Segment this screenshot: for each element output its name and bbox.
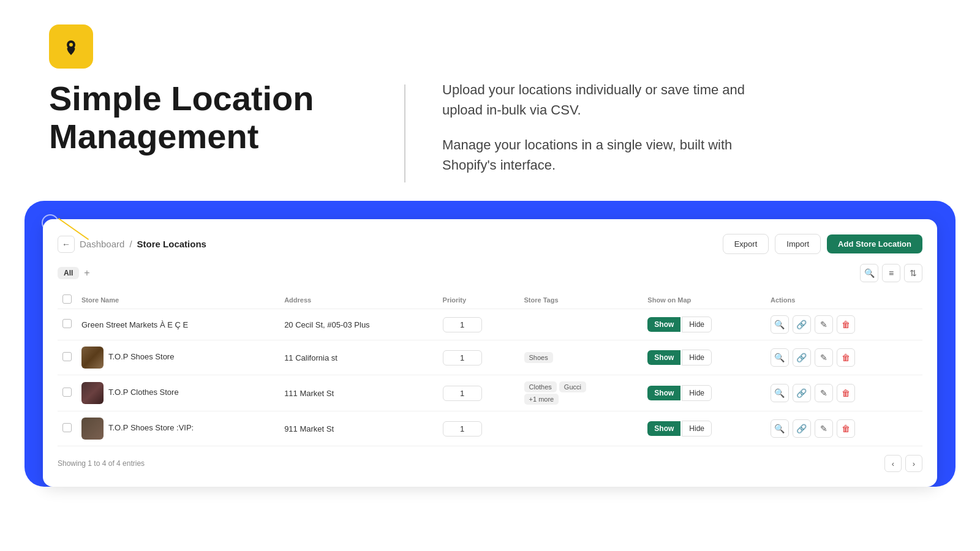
- col-address: Address: [279, 291, 437, 309]
- store-name: T.O.P Shoes Store :VIP:: [108, 423, 194, 432]
- actions-cell: 🔍 🔗 ✎ 🗑: [766, 411, 922, 446]
- search-action-1[interactable]: 🔍: [771, 315, 789, 334]
- store-thumbnail: [81, 347, 104, 369]
- tags-cell: [519, 411, 643, 446]
- hide-button-1[interactable]: Hide: [682, 317, 712, 332]
- tab-all[interactable]: All: [58, 267, 79, 279]
- row-checkbox-1[interactable]: [62, 319, 72, 328]
- actions-cell: 🔍 🔗 ✎ 🗑: [766, 340, 922, 375]
- priority-input-1[interactable]: [443, 317, 482, 332]
- priority-cell: [438, 309, 519, 340]
- show-button-1[interactable]: Show: [647, 317, 680, 332]
- back-button[interactable]: ←: [58, 236, 75, 253]
- show-button-4[interactable]: Show: [647, 421, 680, 436]
- breadcrumb: ← Dashboard / Store Locations: [58, 236, 206, 253]
- address-cell: 20 Cecil St, #05-03 Plus: [279, 309, 437, 340]
- tags-cell: [519, 309, 643, 340]
- delete-action-2[interactable]: 🗑: [837, 348, 855, 367]
- app-icon: [49, 24, 93, 69]
- store-name-cell: T.O.P Shoes Store :VIP:: [77, 411, 279, 446]
- hero-divider: [404, 84, 405, 182]
- link-action-1[interactable]: 🔗: [793, 315, 811, 334]
- show-button-2[interactable]: Show: [647, 350, 680, 365]
- next-page-button[interactable]: ›: [905, 455, 922, 472]
- show-on-map-cell: ShowHide: [643, 411, 766, 446]
- priority-input-2[interactable]: [443, 350, 482, 365]
- priority-cell: [438, 375, 519, 411]
- delete-action-1[interactable]: 🗑: [837, 315, 855, 334]
- show-on-map-cell: ShowHide: [643, 309, 766, 340]
- priority-cell: [438, 411, 519, 446]
- actions-cell: 🔍 🔗 ✎ 🗑: [766, 375, 922, 411]
- store-tag: Clothes: [524, 381, 557, 392]
- dashboard-panel: ← Dashboard / Store Locations Export Imp…: [24, 201, 956, 487]
- hero-title: Simple Location Management: [49, 80, 368, 155]
- hero-description: Upload your locations individually or sa…: [442, 80, 748, 175]
- store-thumbnail: [81, 418, 104, 440]
- select-all-checkbox[interactable]: [62, 294, 72, 304]
- actions-cell: 🔍 🔗 ✎ 🗑: [766, 309, 922, 340]
- tab-right-icons: 🔍 ≡ ⇅: [860, 264, 922, 282]
- row-checkbox-2[interactable]: [62, 352, 72, 361]
- row-checkbox-3[interactable]: [62, 388, 72, 397]
- show-on-map-cell: ShowHide: [643, 375, 766, 411]
- store-name-cell: T.O.P Shoes Store: [77, 340, 279, 375]
- export-button[interactable]: Export: [723, 234, 769, 254]
- link-action-4[interactable]: 🔗: [793, 419, 811, 438]
- search-action-2[interactable]: 🔍: [771, 348, 789, 367]
- tabs-row: All + 🔍 ≡ ⇅: [58, 264, 922, 282]
- search-icon-btn[interactable]: 🔍: [860, 264, 878, 282]
- delete-action-4[interactable]: 🗑: [837, 419, 855, 438]
- edit-action-3[interactable]: ✎: [815, 384, 833, 402]
- link-action-2[interactable]: 🔗: [793, 348, 811, 367]
- sort-icon-btn[interactable]: ⇅: [904, 264, 922, 282]
- add-store-location-button[interactable]: Add Store Location: [827, 234, 922, 253]
- edit-action-4[interactable]: ✎: [815, 419, 833, 438]
- store-name: T.O.P Shoes Store: [108, 352, 174, 361]
- search-action-4[interactable]: 🔍: [771, 419, 789, 438]
- pagination-info: Showing 1 to 4 of 4 entries: [58, 459, 145, 468]
- store-thumbnail: [81, 382, 104, 404]
- priority-input-3[interactable]: [443, 386, 482, 401]
- circle-indicator: [42, 214, 59, 231]
- col-show-on-map: Show on Map: [643, 291, 766, 309]
- edit-action-2[interactable]: ✎: [815, 348, 833, 367]
- edit-action-1[interactable]: ✎: [815, 315, 833, 334]
- delete-action-3[interactable]: 🗑: [837, 384, 855, 402]
- table-row: T.O.P Clothes Store 111 Market St Clothe…: [58, 375, 922, 411]
- prev-page-button[interactable]: ‹: [884, 455, 902, 472]
- hide-button-2[interactable]: Hide: [682, 350, 712, 365]
- store-name-cell: T.O.P Clothes Store: [77, 375, 279, 411]
- table-row: T.O.P Shoes Store :VIP: 911 Market St Sh…: [58, 411, 922, 446]
- show-button-3[interactable]: Show: [647, 386, 680, 400]
- link-action-3[interactable]: 🔗: [793, 384, 811, 402]
- breadcrumb-current: Store Locations: [137, 239, 206, 249]
- search-action-3[interactable]: 🔍: [771, 384, 789, 402]
- priority-input-4[interactable]: [443, 421, 482, 437]
- filter-icon-btn[interactable]: ≡: [882, 264, 900, 282]
- import-button[interactable]: Import: [775, 234, 821, 254]
- hide-button-4[interactable]: Hide: [682, 421, 712, 437]
- extra-tags: +1 more: [524, 394, 559, 405]
- hide-button-3[interactable]: Hide: [682, 385, 712, 401]
- row-checkbox-4[interactable]: [62, 423, 72, 432]
- show-on-map-cell: ShowHide: [643, 340, 766, 375]
- inner-panel: ← Dashboard / Store Locations Export Imp…: [43, 219, 937, 487]
- tab-add[interactable]: +: [84, 268, 89, 279]
- col-actions: Actions: [766, 291, 922, 309]
- store-name: Green Street Markets À E Ç E: [81, 320, 188, 329]
- address-cell: 911 Market St: [279, 411, 437, 446]
- breadcrumb-separator: /: [129, 239, 132, 249]
- store-name-cell: Green Street Markets À E Ç E: [77, 309, 279, 340]
- store-tag: Shoes: [524, 352, 553, 363]
- priority-cell: [438, 340, 519, 375]
- store-name: T.O.P Clothes Store: [108, 388, 179, 397]
- address-cell: 111 Market St: [279, 375, 437, 411]
- pagination-buttons: ‹ ›: [884, 455, 922, 472]
- tags-cell: Shoes: [519, 340, 643, 375]
- table-row: Green Street Markets À E Ç E 20 Cecil St…: [58, 309, 922, 340]
- panel-header: ← Dashboard / Store Locations Export Imp…: [58, 234, 922, 254]
- col-store-tags: Store Tags: [519, 291, 643, 309]
- col-priority: Priority: [438, 291, 519, 309]
- pagination-row: Showing 1 to 4 of 4 entries ‹ ›: [58, 455, 922, 472]
